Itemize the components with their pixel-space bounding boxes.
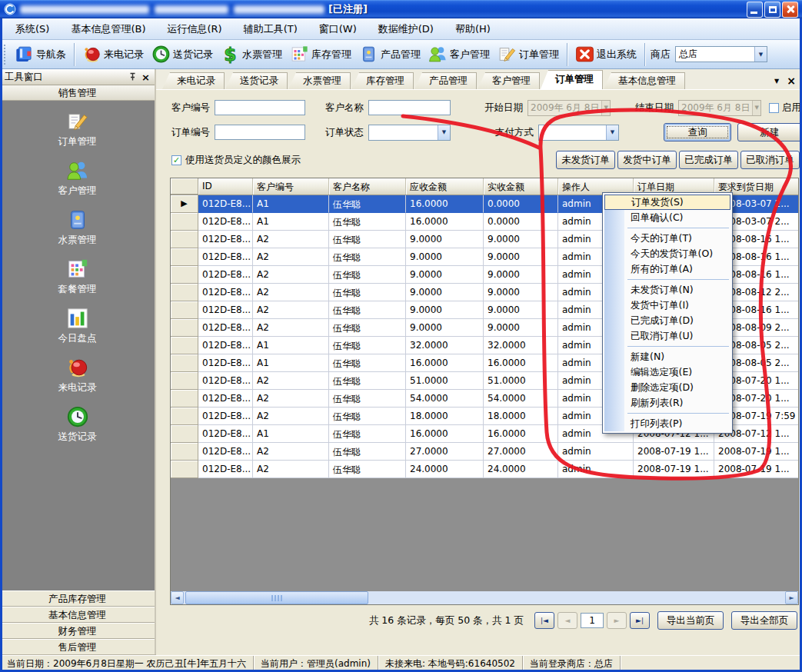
first-page-button[interactable]: |◄	[534, 612, 554, 629]
toolbar-button-customers[interactable]: 客户管理	[424, 43, 494, 65]
pin-icon[interactable]	[128, 72, 137, 82]
column-header[interactable]: 实收金额	[484, 178, 558, 195]
order-status-filter-button-1[interactable]: 未发货订单	[556, 151, 615, 169]
export-current-page-button[interactable]: 导出当前页	[657, 611, 724, 630]
customer-name-input[interactable]	[368, 100, 451, 115]
sidebar-item-calls[interactable]: 来电记录	[0, 356, 155, 394]
horizontal-scrollbar[interactable]: ◄ ►	[171, 591, 798, 604]
scroll-left-icon[interactable]: ◄	[171, 591, 184, 604]
sidebar-section-3[interactable]: 财务管理	[0, 623, 155, 639]
sidebar-item-label: 订单管理	[58, 135, 97, 148]
order-code-input[interactable]	[215, 125, 305, 140]
context-menu-item[interactable]: 回单确认(C)	[603, 210, 732, 225]
tab-7[interactable]: 订单管理	[541, 70, 603, 89]
tab-5[interactable]: 产品管理	[414, 72, 477, 89]
enable-date-checkbox[interactable]	[769, 103, 779, 113]
context-menu-item[interactable]: 未发货订单(N)	[603, 282, 732, 298]
context-menu-item[interactable]: 今天的发货订单(O)	[603, 246, 732, 261]
order-status-filter-button-2[interactable]: 发货中订单	[617, 151, 677, 169]
context-menu-item[interactable]: 发货中订单(I)	[603, 298, 732, 313]
sidebar-section-2[interactable]: 基本信息管理	[0, 607, 155, 623]
tab-8[interactable]: 基本信息管理	[604, 72, 685, 89]
context-menu-item[interactable]: 订单发货(S)	[604, 195, 730, 210]
menu-item-5[interactable]: 窗口(W)	[308, 18, 368, 39]
query-button[interactable]: 查询	[664, 123, 731, 141]
menu-item-7[interactable]: 帮助(H)	[444, 18, 501, 39]
tab-list-dropdown-icon[interactable]: ▼	[774, 78, 779, 85]
chevron-down-icon[interactable]: ▼	[752, 101, 760, 115]
minimize-button[interactable]	[747, 2, 763, 18]
deliveryman-color-checkbox[interactable]	[171, 155, 181, 165]
sidebar-section-sales[interactable]: 销售管理	[0, 85, 155, 101]
chevron-down-icon[interactable]: ▼	[754, 47, 767, 62]
prev-page-button[interactable]: ◄	[557, 612, 577, 629]
sidebar-item-tickets[interactable]: 水票管理	[0, 208, 155, 247]
sidebar-section-4[interactable]: 售后管理	[0, 639, 155, 655]
context-menu-item[interactable]: 所有的订单(A)	[603, 261, 732, 277]
start-date-picker[interactable]: 2009年 6月 8日 ▼	[527, 100, 611, 116]
menu-item-1[interactable]: 系统(S)	[5, 18, 60, 39]
table-cell: 9.0000	[484, 266, 558, 284]
column-header[interactable]: 客户名称	[329, 178, 406, 195]
end-date-picker[interactable]: 2009年 6月 8日 ▼	[678, 100, 761, 116]
order-status-select[interactable]: ▼	[368, 125, 451, 141]
sidebar-item-inventory-today[interactable]: 今日盘点	[0, 307, 155, 345]
tab-1[interactable]: 来电记录	[162, 72, 225, 89]
context-menu-item[interactable]: 刷新列表(R)	[603, 395, 732, 411]
sidebar-section-1[interactable]: 产品库存管理	[0, 590, 155, 607]
menu-item-4[interactable]: 辅助工具(T)	[233, 18, 308, 39]
menu-item-2[interactable]: 基本信息管理(B)	[60, 18, 156, 39]
tab-6[interactable]: 客户管理	[478, 72, 540, 89]
toolbar-button-nav[interactable]: 导航条	[11, 43, 70, 65]
toolbar-button-stock[interactable]: 库存管理	[286, 43, 355, 65]
page-number-input[interactable]	[581, 613, 604, 628]
menu-item-3[interactable]: 运行信息(R)	[156, 18, 232, 39]
menu-item-6[interactable]: 数据维护(D)	[368, 18, 444, 39]
toolbar-button-orders[interactable]: 订单管理	[494, 43, 563, 65]
sidebar-item-packages[interactable]: 套餐管理	[0, 258, 155, 296]
context-menu-item[interactable]: 已完成订单(D)	[603, 313, 732, 328]
table-cell: 9.0000	[406, 248, 484, 266]
column-header[interactable]: 客户编号	[253, 178, 329, 195]
column-header[interactable]: ID	[198, 178, 253, 195]
tab-2[interactable]: 送货记录	[225, 72, 288, 89]
table-row[interactable]: 012D-E8...A2伍华聪24.000024.0000admin2008-0…	[171, 461, 798, 478]
tab-close-icon[interactable]: ×	[787, 77, 796, 85]
sidebar-item-orders[interactable]: 订单管理	[0, 110, 155, 148]
close-button[interactable]	[782, 2, 798, 18]
new-button[interactable]: 新建	[737, 123, 802, 141]
export-all-pages-button[interactable]: 导出全部页	[731, 611, 797, 630]
toolbar-button-tickets[interactable]: $水票管理	[217, 43, 286, 65]
scrollbar-thumb[interactable]	[185, 591, 368, 604]
column-header[interactable]: 应收金额	[406, 178, 484, 195]
toolbar-button-exit[interactable]: 退出系统	[571, 43, 641, 65]
tab-4[interactable]: 库存管理	[351, 72, 414, 89]
context-menu-item[interactable]: 编辑选定项(E)	[603, 364, 732, 380]
toolbar-grip[interactable]	[4, 45, 8, 65]
order-status-filter-button-4[interactable]: 已取消订单	[740, 151, 800, 169]
chevron-down-icon[interactable]: ▼	[606, 125, 618, 140]
context-menu-item[interactable]: 删除选定项(D)	[603, 380, 732, 395]
context-menu-item[interactable]: 今天的订单(T)	[603, 231, 732, 246]
order-status-filter-button-3[interactable]: 已完成订单	[679, 151, 738, 169]
toolbar-button-delivery[interactable]: 送货记录	[148, 43, 217, 65]
context-menu-item[interactable]: 已取消订单(U)	[603, 328, 732, 344]
toolbar-button-products[interactable]: 产品管理	[355, 43, 424, 65]
toolbar-button-calls[interactable]: 来电记录	[78, 43, 148, 65]
context-menu-item[interactable]: 新建(N)	[603, 349, 732, 364]
last-page-button[interactable]: ►|	[630, 612, 650, 629]
payment-method-select[interactable]: ▼	[538, 125, 619, 141]
context-menu-item[interactable]: 打印列表(P)	[603, 416, 732, 431]
table-row[interactable]: 012D-E8...A2伍华聪27.000027.0000admin2008-0…	[171, 443, 798, 461]
close-icon[interactable]: ×	[141, 72, 150, 82]
next-page-button[interactable]: ►	[607, 612, 627, 629]
chevron-down-icon[interactable]: ▼	[438, 125, 450, 140]
sidebar-item-delivery[interactable]: 送货记录	[0, 405, 155, 444]
chevron-down-icon[interactable]: ▼	[601, 101, 610, 115]
scroll-right-icon[interactable]: ►	[785, 591, 798, 604]
shop-select[interactable]: 总店▼	[675, 46, 767, 62]
customer-code-input[interactable]	[215, 100, 305, 115]
tab-3[interactable]: 水票管理	[288, 72, 351, 89]
restore-button[interactable]	[764, 2, 780, 18]
sidebar-item-customers[interactable]: 客户管理	[0, 159, 155, 198]
